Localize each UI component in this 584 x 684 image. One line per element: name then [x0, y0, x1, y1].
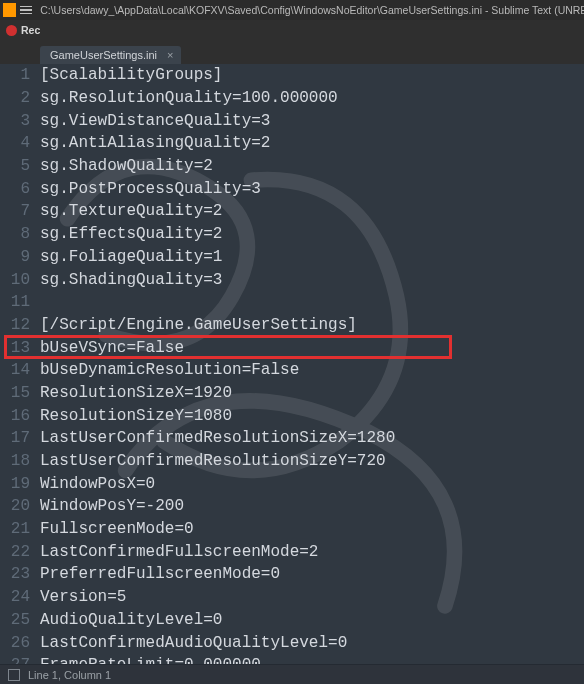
line-number: 9: [0, 248, 40, 266]
file-tab[interactable]: GameUserSettings.ini ×: [40, 46, 181, 64]
code-text: ResolutionSizeX=1920: [40, 384, 232, 402]
code-text: bUseDynamicResolution=False: [40, 361, 299, 379]
code-line[interactable]: 25AudioQualityLevel=0: [0, 609, 584, 632]
code-text: sg.EffectsQuality=2: [40, 225, 222, 243]
code-line[interactable]: 21FullscreenMode=0: [0, 518, 584, 541]
code-text: ResolutionSizeY=1080: [40, 407, 232, 425]
code-line[interactable]: 16ResolutionSizeY=1080: [0, 404, 584, 427]
code-text: WindowPosX=0: [40, 475, 155, 493]
code-line[interactable]: 19WindowPosX=0: [0, 472, 584, 495]
editor[interactable]: 1[ScalabilityGroups]2sg.ResolutionQualit…: [0, 64, 584, 664]
code-line[interactable]: 27FrameRateLimit=0.000000: [0, 654, 584, 664]
panel-icon[interactable]: [8, 669, 20, 681]
line-number: 12: [0, 316, 40, 334]
code-line[interactable]: 13bUseVSync=False: [0, 336, 584, 359]
close-icon[interactable]: ×: [167, 49, 173, 61]
line-number: 26: [0, 634, 40, 652]
code-text: sg.ShadowQuality=2: [40, 157, 213, 175]
code-text: LastUserConfirmedResolutionSizeY=720: [40, 452, 386, 470]
line-number: 16: [0, 407, 40, 425]
code-line[interactable]: 22LastConfirmedFullscreenMode=2: [0, 540, 584, 563]
code-line[interactable]: 11: [0, 291, 584, 314]
toolbar: Rec: [0, 20, 584, 40]
tab-bar: GameUserSettings.ini ×: [0, 40, 584, 64]
code-text: sg.ViewDistanceQuality=3: [40, 112, 270, 130]
line-number: 22: [0, 543, 40, 561]
code-line[interactable]: 6sg.PostProcessQuality=3: [0, 177, 584, 200]
line-number: 5: [0, 157, 40, 175]
line-number: 1: [0, 66, 40, 84]
code-line[interactable]: 18LastUserConfirmedResolutionSizeY=720: [0, 450, 584, 473]
code-line[interactable]: 10sg.ShadingQuality=3: [0, 268, 584, 291]
line-number: 14: [0, 361, 40, 379]
line-number: 4: [0, 134, 40, 152]
line-number: 21: [0, 520, 40, 538]
line-number: 27: [0, 656, 40, 664]
code-text: FrameRateLimit=0.000000: [40, 656, 261, 664]
status-bar: Line 1, Column 1: [0, 664, 584, 684]
line-number: 7: [0, 202, 40, 220]
code-line[interactable]: 8sg.EffectsQuality=2: [0, 223, 584, 246]
code-line[interactable]: 1[ScalabilityGroups]: [0, 64, 584, 87]
record-icon[interactable]: [6, 25, 17, 36]
code-line[interactable]: 9sg.FoliageQuality=1: [0, 246, 584, 269]
code-text: FullscreenMode=0: [40, 520, 194, 538]
code-line[interactable]: 3sg.ViewDistanceQuality=3: [0, 109, 584, 132]
line-number: 24: [0, 588, 40, 606]
code-text: AudioQualityLevel=0: [40, 611, 222, 629]
line-number: 23: [0, 565, 40, 583]
code-text: sg.TextureQuality=2: [40, 202, 222, 220]
line-number: 13: [0, 339, 40, 357]
code-text: bUseVSync=False: [40, 339, 184, 357]
code-text: sg.AntiAliasingQuality=2: [40, 134, 270, 152]
code-text: [/Script/Engine.GameUserSettings]: [40, 316, 357, 334]
line-number: 6: [0, 180, 40, 198]
line-number: 20: [0, 497, 40, 515]
code-line[interactable]: 2sg.ResolutionQuality=100.000000: [0, 87, 584, 110]
record-label: Rec: [21, 24, 40, 36]
code-text: LastUserConfirmedResolutionSizeX=1280: [40, 429, 395, 447]
code-text: [ScalabilityGroups]: [40, 66, 222, 84]
line-number: 10: [0, 271, 40, 289]
line-number: 17: [0, 429, 40, 447]
line-number: 15: [0, 384, 40, 402]
app-icon: [3, 3, 16, 17]
line-number: 18: [0, 452, 40, 470]
line-number: 25: [0, 611, 40, 629]
code-text: LastConfirmedAudioQualityLevel=0: [40, 634, 347, 652]
cursor-position: Line 1, Column 1: [28, 669, 111, 681]
code-line[interactable]: 15ResolutionSizeX=1920: [0, 382, 584, 405]
code-line[interactable]: 17LastUserConfirmedResolutionSizeX=1280: [0, 427, 584, 450]
line-number: 11: [0, 293, 40, 311]
hamburger-menu-icon[interactable]: [20, 3, 33, 17]
tab-label: GameUserSettings.ini: [50, 49, 157, 61]
code-text: sg.FoliageQuality=1: [40, 248, 222, 266]
titlebar: C:\Users\dawy_\AppData\Local\KOFXV\Saved…: [0, 0, 584, 20]
line-number: 3: [0, 112, 40, 130]
code-line[interactable]: 26LastConfirmedAudioQualityLevel=0: [0, 631, 584, 654]
code-line[interactable]: 7sg.TextureQuality=2: [0, 200, 584, 223]
code-line[interactable]: 5sg.ShadowQuality=2: [0, 155, 584, 178]
code-line[interactable]: 24Version=5: [0, 586, 584, 609]
code-line[interactable]: 14bUseDynamicResolution=False: [0, 359, 584, 382]
code-text: LastConfirmedFullscreenMode=2: [40, 543, 318, 561]
line-number: 2: [0, 89, 40, 107]
code-text: sg.ResolutionQuality=100.000000: [40, 89, 338, 107]
line-number: 19: [0, 475, 40, 493]
code-text: PreferredFullscreenMode=0: [40, 565, 280, 583]
code-text: WindowPosY=-200: [40, 497, 184, 515]
code-line[interactable]: 23PreferredFullscreenMode=0: [0, 563, 584, 586]
code-line[interactable]: 12[/Script/Engine.GameUserSettings]: [0, 314, 584, 337]
code-line[interactable]: 20WindowPosY=-200: [0, 495, 584, 518]
window-title: C:\Users\dawy_\AppData\Local\KOFXV\Saved…: [40, 4, 584, 16]
line-number: 8: [0, 225, 40, 243]
code-text: Version=5: [40, 588, 126, 606]
code-line[interactable]: 4sg.AntiAliasingQuality=2: [0, 132, 584, 155]
code-text: sg.PostProcessQuality=3: [40, 180, 261, 198]
code-text: sg.ShadingQuality=3: [40, 271, 222, 289]
